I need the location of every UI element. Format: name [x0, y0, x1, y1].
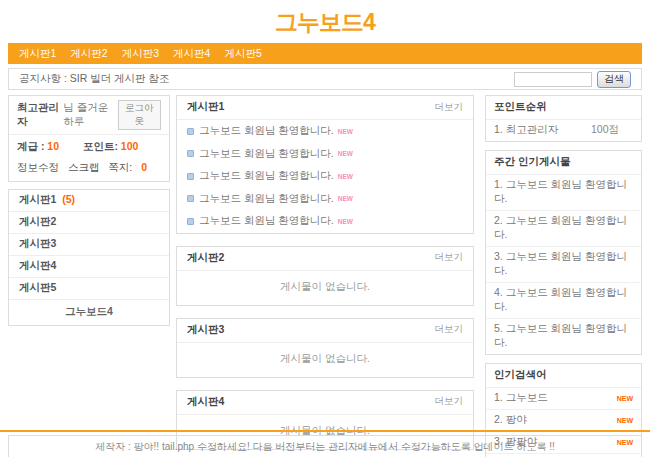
rank-label: 계급 : — [17, 140, 44, 152]
board-header: 게시판2 더보기 — [177, 247, 473, 271]
post-bullet-icon — [187, 218, 194, 225]
board2-widget: 게시판2 더보기 게시물이 없습니다. — [176, 246, 474, 306]
post-item: 그누보드 회원님 환영합니다. NEW — [177, 188, 473, 211]
sidebar-item-board3[interactable]: 게시판3 — [9, 234, 169, 256]
new-badge: NEW — [338, 218, 353, 225]
post-bullet-icon — [187, 173, 194, 180]
popular-post-item[interactable]: 5. 그누보드 회원님 환영합니다. — [486, 319, 641, 354]
username: 최고관리자 — [17, 101, 60, 129]
post-link[interactable]: 그누보드 회원님 환영합니다. — [199, 214, 334, 228]
left-column: 최고관리자 님 즐거운하루 로그아웃 계급 : 10 포인트: 100 정보수정… — [8, 95, 170, 326]
search-term: 1. 그누보드 — [494, 391, 548, 405]
popular-post-item[interactable]: 3. 그누보드 회원님 환영합니다. — [486, 247, 641, 283]
point-rank-title: 포인트순위 — [486, 96, 641, 120]
sidebar-item-board4[interactable]: 게시판4 — [9, 256, 169, 278]
side-menu: 게시판1 (5) 게시판2 게시판3 게시판4 게시판5 그누보드4 — [8, 189, 170, 326]
search-button[interactable]: 검색 — [597, 71, 631, 88]
board-title: 게시판3 — [187, 323, 224, 337]
logout-button[interactable]: 로그아웃 — [118, 100, 161, 130]
post-bullet-icon — [187, 128, 194, 135]
page: 그누보드4 게시판1 게시판2 게시판3 게시판4 게시판5 공지사항 : SI… — [0, 0, 650, 457]
board-header: 게시판1 더보기 — [177, 96, 473, 120]
point-rank-item[interactable]: 1. 최고관리자 100점 — [486, 120, 641, 141]
login-stats: 계급 : 10 포인트: 100 — [9, 135, 169, 158]
new-badge: NEW — [338, 128, 353, 135]
menu-label: 게시판5 — [19, 281, 56, 293]
empty-message: 게시물이 없습니다. — [177, 271, 473, 305]
new-badge: NEW — [338, 195, 353, 202]
more-link[interactable]: 더보기 — [435, 101, 464, 114]
rank-value: 10 — [47, 140, 59, 152]
board-title: 게시판1 — [187, 100, 224, 114]
more-link[interactable]: 더보기 — [435, 395, 464, 408]
new-badge: NEW — [617, 395, 633, 402]
post-item: 그누보드 회원님 환영합니다. NEW — [177, 143, 473, 166]
menu-label: 게시판2 — [19, 215, 56, 227]
new-badge: NEW — [338, 150, 353, 157]
weekly-popular-title: 주간 인기게시물 — [486, 151, 641, 175]
board-header: 게시판3 더보기 — [177, 319, 473, 343]
more-link[interactable]: 더보기 — [435, 251, 464, 264]
nav-item-board3[interactable]: 게시판3 — [122, 47, 159, 61]
notice-bar: 공지사항 : SIR 빌더 게시판 참조 검색 — [8, 68, 642, 90]
empty-message: 게시물이 없습니다. — [177, 343, 473, 377]
popular-search-title: 인기검색어 — [486, 364, 641, 388]
board1-widget: 게시판1 더보기 그누보드 회원님 환영합니다. NEW 그누보드 회원님 환영… — [176, 95, 474, 234]
nav-item-board4[interactable]: 게시판4 — [173, 47, 210, 61]
more-link[interactable]: 더보기 — [435, 323, 464, 336]
scrap-link[interactable]: 스크랩 — [68, 161, 100, 173]
search-term: 2. 팡야 — [494, 413, 527, 427]
new-badge: NEW — [338, 173, 353, 180]
sidebar-item-board2[interactable]: 게시판2 — [9, 212, 169, 234]
right-column: 포인트순위 1. 최고관리자 100점 주간 인기게시물 1. 그누보드 회원님… — [485, 95, 642, 457]
point-value: 100 — [121, 140, 139, 152]
search-input[interactable] — [514, 72, 592, 87]
main-nav: 게시판1 게시판2 게시판3 게시판4 게시판5 — [8, 43, 642, 64]
menu-label: 게시판4 — [19, 259, 56, 271]
nav-item-board5[interactable]: 게시판5 — [224, 47, 261, 61]
nav-item-board2[interactable]: 게시판2 — [70, 47, 107, 61]
new-post-count: (5) — [62, 193, 75, 205]
main-area: 최고관리자 님 즐거운하루 로그아웃 계급 : 10 포인트: 100 정보수정… — [8, 95, 642, 457]
search-term-item[interactable]: 2. 팡야 NEW — [486, 410, 641, 432]
sidebar-item-board1[interactable]: 게시판1 (5) — [9, 190, 169, 212]
post-bullet-icon — [187, 195, 194, 202]
notice-text: 공지사항 : SIR 빌더 게시판 참조 — [19, 72, 170, 86]
popular-post-item[interactable]: 2. 그누보드 회원님 환영합니다. — [486, 211, 641, 247]
post-item: 그누보드 회원님 환영합니다. NEW — [177, 210, 473, 233]
sidebar-item-board5[interactable]: 게시판5 — [9, 278, 169, 300]
menu-label: 게시판3 — [19, 237, 56, 249]
post-link[interactable]: 그누보드 회원님 환영합니다. — [199, 192, 334, 206]
page-footer: 제작자 : 팡야!! tail.php 수정하세요! 다음 버전부터는 관리자메… — [0, 430, 650, 457]
rank-points: 100점 — [591, 123, 619, 137]
login-greeting: 최고관리자 님 즐거운하루 로그아웃 — [9, 96, 169, 135]
popular-post-item[interactable]: 1. 그누보드 회원님 환영합니다. — [486, 175, 641, 211]
memo-link[interactable]: 쪽지: — [108, 161, 132, 173]
weekly-popular-widget: 주간 인기게시물 1. 그누보드 회원님 환영합니다. 2. 그누보드 회원님 … — [485, 150, 642, 355]
menu-label: 게시판1 — [19, 193, 56, 205]
rank-name: 1. 최고관리자 — [494, 123, 558, 137]
popular-post-item[interactable]: 4. 그누보드 회원님 환영합니다. — [486, 283, 641, 319]
nav-item-board1[interactable]: 게시판1 — [19, 47, 56, 61]
memo-count: 0 — [141, 161, 147, 173]
board3-widget: 게시판3 더보기 게시물이 없습니다. — [176, 318, 474, 378]
post-link[interactable]: 그누보드 회원님 환영합니다. — [199, 147, 334, 161]
login-links: 정보수정 스크랩 쪽지: 0 — [9, 158, 169, 181]
login-box: 최고관리자 님 즐거운하루 로그아웃 계급 : 10 포인트: 100 정보수정… — [8, 95, 170, 182]
edit-info-link[interactable]: 정보수정 — [17, 161, 59, 173]
board-title: 게시판4 — [187, 395, 224, 409]
post-item: 그누보드 회원님 환영합니다. NEW — [177, 120, 473, 143]
board-title: 게시판2 — [187, 251, 224, 265]
post-item: 그누보드 회원님 환영합니다. NEW — [177, 165, 473, 188]
footer-text: 제작자 : 팡야!! tail.php 수정하세요! 다음 버전부터는 관리자메… — [8, 435, 642, 457]
board-header: 게시판4 더보기 — [177, 391, 473, 415]
post-bullet-icon — [187, 150, 194, 157]
new-badge: NEW — [617, 417, 633, 424]
point-rank-widget: 포인트순위 1. 최고관리자 100점 — [485, 95, 642, 142]
search-term-item[interactable]: 1. 그누보드 NEW — [486, 388, 641, 410]
post-link[interactable]: 그누보드 회원님 환영합니다. — [199, 169, 334, 183]
post-link[interactable]: 그누보드 회원님 환영합니다. — [199, 124, 334, 138]
menu-footer-brand: 그누보드4 — [9, 300, 169, 325]
greeting-text: 님 즐거운하루 — [63, 101, 117, 129]
center-column: 게시판1 더보기 그누보드 회원님 환영합니다. NEW 그누보드 회원님 환영… — [176, 95, 474, 457]
